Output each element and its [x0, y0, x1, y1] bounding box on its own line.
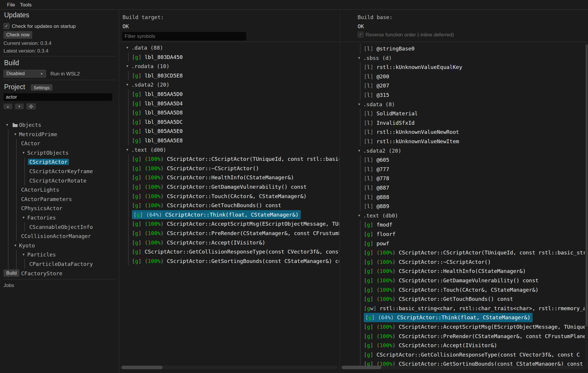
tree-item-Objects[interactable]: ▼Objects: [0, 120, 119, 130]
expander-down-icon[interactable]: ▼: [358, 146, 360, 156]
expander-down-icon[interactable]: ▼: [358, 53, 360, 63]
symbol-row[interactable]: [l] @stringBase0: [340, 44, 585, 53]
symbol-row[interactable]: [l] InvalidSfxId: [340, 118, 585, 128]
symbol-row[interactable]: [l] rstl::kUnknownValueNewRoot: [340, 127, 585, 137]
symbol-row[interactable]: [g] lbl_805AA5D0: [119, 90, 339, 99]
expander-down-icon[interactable]: ▼: [23, 213, 25, 222]
expander-down-icon[interactable]: ▼: [358, 100, 360, 109]
section-row[interactable]: ▼.sdata2 (20): [119, 80, 339, 90]
base-hscrollbar-thumb[interactable]: [342, 366, 381, 369]
symbol-row[interactable]: [g] lbl_805AA5D8: [119, 108, 339, 117]
tree-item-ScriptObjects[interactable]: ▼ScriptObjects: [0, 148, 119, 158]
symbol-row[interactable]: [g] (100%) CScriptActor::GetDamageVulner…: [119, 182, 339, 192]
symbol-row[interactable]: [g] (100%) CScriptActor::HealthInfo(CSta…: [119, 173, 339, 182]
section-row[interactable]: ▼.data (88): [119, 43, 339, 53]
symbol-row[interactable]: [g] lbl_803DA450: [119, 53, 339, 62]
symbol-row[interactable]: [g] (100%) CScriptActor::GetDamageVulner…: [340, 276, 585, 285]
expander-down-icon[interactable]: ▼: [126, 43, 128, 53]
symbol-row[interactable]: [g] (100%) CScriptActor::Touch(CActor&, …: [340, 285, 585, 295]
symbol-row[interactable]: [l] @888: [340, 193, 585, 202]
symbol-row[interactable]: [g] lbl_805AA5DC: [119, 117, 339, 127]
symbol-row[interactable]: [g] fmodf: [340, 220, 585, 229]
symbol-row[interactable]: [l] SolidMaterial: [340, 109, 585, 118]
tree-item-CPhysicsActor[interactable]: CPhysicsActor: [0, 204, 119, 213]
tree-item-CActorLights[interactable]: CActorLights: [0, 185, 119, 195]
tree-item-CActorParameters[interactable]: CActorParameters: [0, 195, 119, 204]
tree-item-Kyoto[interactable]: ▼Kyoto: [0, 241, 119, 250]
tree-item-CScriptActor[interactable]: CScriptActor: [0, 157, 119, 167]
symbol-row[interactable]: [g] (100%) CScriptActor::HealthInfo(CSta…: [340, 266, 585, 276]
symbol-row[interactable]: [gw] rstl::basic_string<char, rstl::char…: [340, 304, 585, 313]
expander-down-icon[interactable]: ▼: [358, 211, 360, 220]
tree-item-Particles[interactable]: ▼Particles: [0, 250, 119, 259]
expander-down-icon[interactable]: ▼: [126, 62, 128, 71]
symbol-row[interactable]: [g] (100%) CScriptActor::GetSortingBound…: [119, 256, 339, 266]
symbol-row[interactable]: [g] CScriptActor::GetCollisionResponseTy…: [340, 350, 585, 360]
symbol-row[interactable]: [g] (100%) CScriptActor::~CScriptActor(): [340, 257, 585, 267]
list-indent-guide: [360, 137, 361, 146]
symbol-row[interactable]: [g] (100%) CScriptActor::AcceptScriptMsg…: [340, 322, 585, 332]
symbol-row[interactable]: [g] (64%) CScriptActor::Think(float, CSt…: [340, 313, 585, 322]
symbol-row[interactable]: [l] @887: [340, 183, 585, 193]
symbol-row[interactable]: [l] @777: [340, 165, 585, 174]
tree-item-CScriptActorRotate[interactable]: CScriptActorRotate: [0, 176, 119, 185]
section-row[interactable]: ▼.text (d00): [119, 145, 339, 155]
symbol-row[interactable]: [g] (100%) CScriptActor::CScriptActor(TU…: [119, 154, 339, 164]
symbol-row[interactable]: [g] (100%) CScriptActor::Accept(IVisitor…: [119, 238, 339, 247]
symbol-row[interactable]: [g] (100%) CScriptActor::~CScriptActor(): [119, 164, 339, 173]
symbol-row[interactable]: [l] @605: [340, 155, 585, 165]
symbol-row[interactable]: [l] rstl::kUnknownValueEqualKey: [340, 63, 585, 72]
symbol-row[interactable]: [l] @778: [340, 174, 585, 183]
symbol-row[interactable]: [g] floorf: [340, 229, 585, 239]
expander-down-icon[interactable]: ▼: [14, 241, 16, 250]
build-button[interactable]: Build: [4, 269, 19, 277]
symbol-row[interactable]: [g] (100%) CScriptActor::Accept(IVisitor…: [340, 341, 585, 350]
symbol-row[interactable]: [g] (100%) CScriptActor::PreRender(CStat…: [340, 332, 585, 341]
menu-tools[interactable]: Tools: [20, 2, 32, 8]
list-indent-guide: [360, 322, 361, 332]
list-indent-guide: [128, 53, 129, 62]
section-row[interactable]: ▼.sdata2 (20): [340, 146, 585, 156]
symbol-row[interactable]: [g] lbl_805AA5E0: [119, 126, 339, 136]
symbol-row[interactable]: [l] @889: [340, 202, 585, 211]
tree-item-CScannableObjectInfo[interactable]: CScannableObjectInfo: [0, 222, 119, 232]
symbol-row[interactable]: [g] CScriptActor::GetCollisionResponseTy…: [119, 247, 339, 256]
tree-item-CScriptActorKeyframe[interactable]: CScriptActorKeyframe: [0, 167, 119, 176]
menu-file[interactable]: File: [7, 2, 15, 8]
section-row[interactable]: ▼.text (db0): [340, 211, 585, 220]
symbol-row[interactable]: [g] (100%) CScriptActor::GetTouchBounds(…: [340, 294, 585, 304]
expander-down-icon[interactable]: ▼: [6, 120, 8, 130]
symbol-row[interactable]: [g] lbl_805AA5E8: [119, 136, 339, 145]
list-indent-guide: [360, 350, 361, 360]
expander-down-icon[interactable]: ▼: [14, 130, 16, 139]
symbol-row[interactable]: [g] (100%) CScriptActor::Touch(CActor&, …: [119, 192, 339, 201]
section-row[interactable]: ▼.sbss (d): [340, 53, 585, 63]
section-row[interactable]: ▼.rodata (10): [119, 62, 339, 71]
tree-item-CCollisionActorManager[interactable]: CCollisionActorManager: [0, 232, 119, 241]
symbol-row[interactable]: [l] @315: [340, 90, 585, 100]
symbol-row[interactable]: [g] powf: [340, 239, 585, 248]
symbol-row[interactable]: [g] (64%) CScriptActor::Think(float, CSt…: [119, 210, 339, 220]
symbol-row[interactable]: [g] lbl_805AA5D4: [119, 99, 339, 108]
tree-item-CParticleDataFactory[interactable]: CParticleDataFactory: [0, 259, 119, 269]
expander-down-icon[interactable]: ▼: [126, 145, 128, 155]
symbol-row[interactable]: [g] (100%) CScriptActor::CScriptActor(TU…: [340, 248, 585, 257]
symbol-row[interactable]: [g] lbl_803CD5E8: [119, 71, 339, 80]
symbol-row[interactable]: [l] rstl::kUnknownValueNewItem: [340, 137, 585, 146]
tree-item-label: Factories: [27, 213, 56, 222]
symbol-row[interactable]: [g] (100%) CScriptActor::GetTouchBounds(…: [119, 201, 339, 210]
symbol-row[interactable]: [g] (100%) CScriptActor::AcceptScriptMsg…: [119, 219, 339, 229]
section-row[interactable]: ▼.sdata (8): [340, 100, 585, 109]
tree-item-Factories[interactable]: ▼Factories: [0, 213, 119, 222]
target-hscrollbar-thumb[interactable]: [122, 366, 163, 369]
expander-down-icon[interactable]: ▼: [23, 148, 25, 158]
symbol-row[interactable]: [g] (100%) CScriptActor::PreRender(CStat…: [119, 229, 339, 238]
expander-down-icon[interactable]: ▼: [126, 80, 128, 90]
tree-item-MetroidPrime[interactable]: ▼MetroidPrime: [0, 130, 119, 139]
symbol-row[interactable]: [l] @200: [340, 72, 585, 81]
tree-item-CActor[interactable]: CActor: [0, 139, 119, 148]
tree-item-label: CActorLights: [21, 185, 59, 195]
expander-down-icon[interactable]: ▼: [23, 250, 25, 259]
symbol-row[interactable]: [l] @207: [340, 81, 585, 90]
base-vscrollbar-thumb[interactable]: [586, 45, 588, 326]
